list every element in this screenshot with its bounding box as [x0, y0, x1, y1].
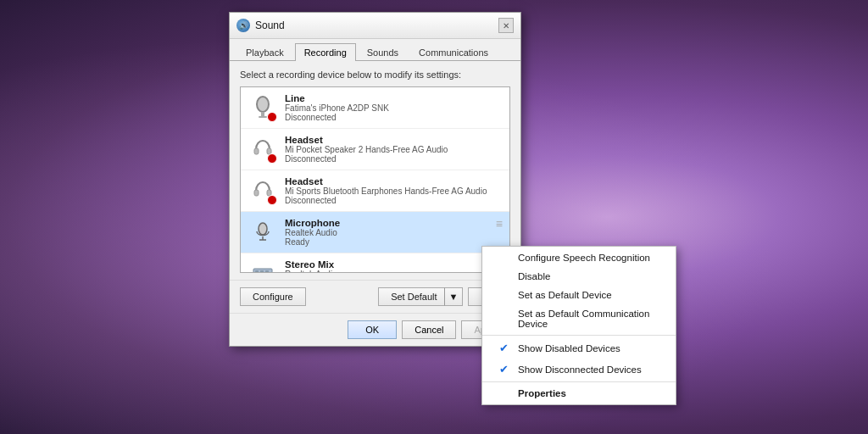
ctx-label-disable: Disable — [518, 271, 550, 281]
window-title: Sound — [255, 19, 285, 31]
set-default-split-button: Set Default ▼ — [378, 287, 463, 306]
status-dot-line — [267, 112, 277, 122]
ctx-label-show-disconnected: Show Disconnected Devices — [518, 364, 642, 375]
device-item-line[interactable]: Line Fatima's iPhone A2DP SNK Disconnect… — [241, 87, 509, 129]
svg-rect-13 — [265, 270, 269, 273]
svg-rect-12 — [260, 270, 264, 273]
device-icon-microphone — [248, 217, 278, 248]
ctx-separator-2 — [482, 381, 676, 382]
device-name-headset1: Headset — [285, 135, 503, 145]
device-status-headset2: Disconnected — [285, 196, 503, 205]
ctx-set-default-comm[interactable]: Set as Default Communication Device — [482, 304, 676, 333]
device-icon-line — [248, 92, 278, 123]
status-dot-headset2 — [267, 195, 277, 205]
device-item-headset1[interactable]: Headset Mi Pocket Speaker 2 Hands-Free A… — [241, 129, 509, 170]
tab-recording[interactable]: Recording — [295, 43, 356, 61]
device-name-stereo-mix: Stereo Mix — [285, 259, 503, 270]
ctx-label-configure-speech: Configure Speech Recognition — [518, 253, 650, 263]
tab-communications[interactable]: Communications — [409, 43, 498, 61]
tab-sounds[interactable]: Sounds — [358, 43, 408, 61]
device-name-line: Line — [285, 93, 503, 103]
device-status-line: Disconnected — [285, 113, 503, 122]
device-item-stereo-mix[interactable]: Stereo Mix Realtek Audio Default Device — [241, 253, 509, 273]
ctx-label-set-default-comm: Set as Default Communication Device — [518, 309, 659, 329]
tab-content: Select a recording device below to modif… — [230, 61, 520, 280]
dialog-bar: OK Cancel Apply — [230, 313, 520, 346]
device-info-stereo-mix: Stereo Mix Realtek Audio Default Device — [285, 259, 503, 273]
device-sub-stereo-mix: Realtek Audio — [285, 270, 503, 273]
tab-bar: Playback Recording Sounds Communications — [230, 39, 520, 61]
device-item-headset2[interactable]: Headset Mi Sports Bluetooth Earphones Ha… — [241, 170, 509, 212]
ctx-label-show-disabled: Show Disabled Devices — [518, 343, 620, 353]
ctx-show-disabled[interactable]: ✔ Show Disabled Devices — [482, 337, 676, 359]
ctx-label-set-default: Set as Default Device — [518, 290, 612, 300]
device-name-headset2: Headset — [285, 176, 503, 186]
device-info-microphone: Microphone Realtek Audio Ready — [285, 218, 489, 247]
device-status-microphone: Ready — [285, 237, 489, 247]
sound-window: 🔊 Sound ✕ Playback Recording Sounds Comm… — [229, 12, 521, 347]
status-dot-headset1 — [267, 153, 277, 164]
bottom-bar: Configure Set Default ▼ Pr... — [230, 280, 520, 313]
instruction-text: Select a recording device below to modif… — [240, 70, 510, 80]
svg-rect-5 — [254, 190, 259, 196]
device-icon-headset2 — [248, 175, 278, 206]
svg-point-7 — [259, 223, 267, 235]
drag-handle-icon: ≡ — [496, 217, 503, 231]
device-name-microphone: Microphone — [285, 218, 489, 228]
set-default-dropdown-arrow[interactable]: ▼ — [444, 287, 464, 306]
device-item-microphone[interactable]: Microphone Realtek Audio Ready ≡ — [241, 212, 509, 253]
configure-button[interactable]: Configure — [240, 287, 306, 306]
tab-playback[interactable]: Playback — [236, 43, 293, 61]
ctx-properties[interactable]: Properties — [482, 384, 676, 403]
device-list[interactable]: Line Fatima's iPhone A2DP SNK Disconnect… — [240, 86, 510, 273]
svg-point-0 — [257, 97, 269, 112]
device-icon-stereo-mix — [248, 259, 278, 273]
ctx-set-default[interactable]: Set as Default Device — [482, 286, 676, 304]
ctx-configure-speech[interactable]: Configure Speech Recognition — [482, 248, 676, 267]
ctx-label-properties: Properties — [518, 388, 566, 398]
device-sub-headset1: Mi Pocket Speaker 2 Hands-Free AG Audio — [285, 145, 503, 154]
svg-rect-2 — [259, 116, 267, 118]
svg-rect-1 — [261, 112, 264, 116]
device-info-line: Line Fatima's iPhone A2DP SNK Disconnect… — [285, 93, 503, 122]
svg-rect-11 — [255, 270, 259, 273]
device-sub-microphone: Realtek Audio — [285, 228, 489, 237]
set-default-button[interactable]: Set Default — [378, 287, 443, 306]
context-menu: Configure Speech Recognition Disable Set… — [481, 246, 676, 405]
ok-button[interactable]: OK — [348, 320, 397, 339]
device-sub-line: Fatima's iPhone A2DP SNK — [285, 103, 503, 113]
ctx-separator-1 — [482, 335, 676, 336]
ctx-check-show-disabled: ✔ — [499, 342, 511, 354]
device-info-headset2: Headset Mi Sports Bluetooth Earphones Ha… — [285, 176, 503, 205]
device-info-headset1: Headset Mi Pocket Speaker 2 Hands-Free A… — [285, 135, 503, 164]
device-sub-headset2: Mi Sports Bluetooth Earphones Hands-Free… — [285, 186, 503, 196]
title-bar-left: 🔊 Sound — [236, 19, 285, 32]
svg-rect-3 — [254, 148, 259, 154]
cancel-button[interactable]: Cancel — [402, 320, 456, 339]
device-status-headset1: Disconnected — [285, 154, 503, 164]
sound-window-icon: 🔊 — [236, 19, 250, 32]
close-button[interactable]: ✕ — [498, 18, 514, 33]
ctx-check-show-disconnected: ✔ — [499, 363, 511, 376]
device-icon-headset1 — [248, 134, 278, 164]
title-bar: 🔊 Sound ✕ — [230, 13, 520, 39]
ctx-disable[interactable]: Disable — [482, 267, 676, 286]
ctx-show-disconnected[interactable]: ✔ Show Disconnected Devices — [482, 359, 676, 380]
